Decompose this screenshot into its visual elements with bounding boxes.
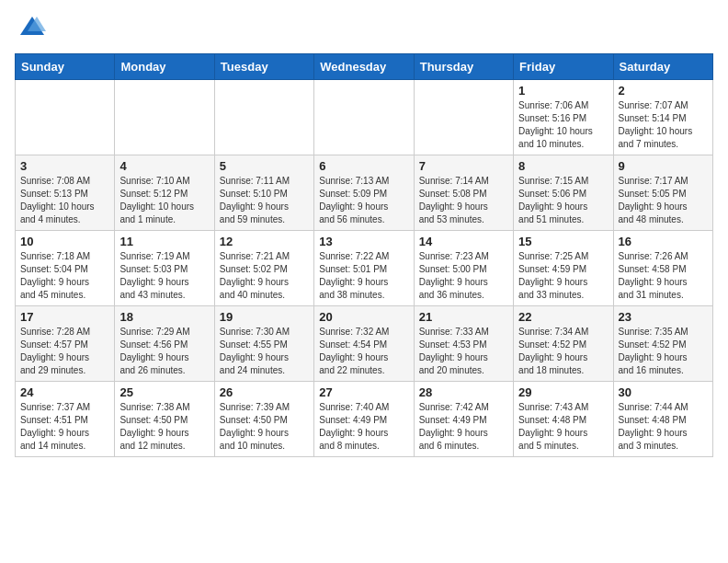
logo <box>15 15 46 42</box>
day-info: Sunrise: 7:44 AM Sunset: 4:48 PM Dayligh… <box>619 401 708 453</box>
calendar-cell: 17Sunrise: 7:28 AM Sunset: 4:57 PM Dayli… <box>16 306 115 382</box>
calendar-cell: 10Sunrise: 7:18 AM Sunset: 5:04 PM Dayli… <box>16 231 115 306</box>
day-number: 14 <box>419 235 508 248</box>
day-number: 18 <box>119 310 209 324</box>
day-number: 7 <box>419 159 508 173</box>
day-info: Sunrise: 7:40 AM Sunset: 4:49 PM Dayligh… <box>319 401 408 453</box>
day-info: Sunrise: 7:15 AM Sunset: 5:06 PM Dayligh… <box>518 175 608 226</box>
day-number: 24 <box>20 385 109 399</box>
col-header-sunday: Sunday <box>16 54 115 80</box>
day-number: 20 <box>319 310 408 324</box>
calendar-cell: 3Sunrise: 7:08 AM Sunset: 5:13 PM Daylig… <box>16 155 115 231</box>
day-number: 12 <box>220 235 309 248</box>
calendar-cell: 11Sunrise: 7:19 AM Sunset: 5:03 PM Dayli… <box>115 231 214 306</box>
calendar-cell: 14Sunrise: 7:23 AM Sunset: 5:00 PM Dayli… <box>414 231 513 306</box>
calendar-cell: 16Sunrise: 7:26 AM Sunset: 4:58 PM Dayli… <box>613 231 712 306</box>
day-info: Sunrise: 7:33 AM Sunset: 4:53 PM Dayligh… <box>419 326 508 377</box>
day-number: 11 <box>119 235 209 248</box>
calendar-cell: 18Sunrise: 7:29 AM Sunset: 4:56 PM Dayli… <box>115 306 214 382</box>
calendar-week-row: 10Sunrise: 7:18 AM Sunset: 5:04 PM Dayli… <box>16 231 713 306</box>
col-header-tuesday: Tuesday <box>214 54 313 80</box>
calendar-cell: 30Sunrise: 7:44 AM Sunset: 4:48 PM Dayli… <box>613 382 712 457</box>
day-info: Sunrise: 7:34 AM Sunset: 4:52 PM Dayligh… <box>518 326 608 377</box>
day-number: 26 <box>220 385 309 399</box>
day-number: 10 <box>20 235 109 248</box>
calendar-cell: 25Sunrise: 7:38 AM Sunset: 4:50 PM Dayli… <box>115 382 214 457</box>
calendar-cell: 26Sunrise: 7:39 AM Sunset: 4:50 PM Dayli… <box>214 382 313 457</box>
day-number: 2 <box>619 84 708 98</box>
day-info: Sunrise: 7:32 AM Sunset: 4:54 PM Dayligh… <box>319 326 408 377</box>
day-info: Sunrise: 7:06 AM Sunset: 5:16 PM Dayligh… <box>518 99 608 151</box>
day-info: Sunrise: 7:25 AM Sunset: 4:59 PM Dayligh… <box>518 250 608 302</box>
logo-icon <box>18 15 46 42</box>
day-info: Sunrise: 7:14 AM Sunset: 5:08 PM Dayligh… <box>419 175 508 226</box>
page: SundayMondayTuesdayWednesdayThursdayFrid… <box>0 0 728 472</box>
col-header-wednesday: Wednesday <box>314 54 414 80</box>
calendar-cell <box>214 80 313 155</box>
day-info: Sunrise: 7:28 AM Sunset: 4:57 PM Dayligh… <box>20 326 109 377</box>
col-header-thursday: Thursday <box>414 54 513 80</box>
calendar-cell: 5Sunrise: 7:11 AM Sunset: 5:10 PM Daylig… <box>214 155 313 231</box>
day-number: 22 <box>518 310 608 324</box>
calendar-cell: 13Sunrise: 7:22 AM Sunset: 5:01 PM Dayli… <box>314 231 414 306</box>
calendar-cell: 1Sunrise: 7:06 AM Sunset: 5:16 PM Daylig… <box>514 80 613 155</box>
col-header-saturday: Saturday <box>613 54 712 80</box>
day-number: 30 <box>619 385 708 399</box>
day-number: 29 <box>518 385 608 399</box>
day-info: Sunrise: 7:30 AM Sunset: 4:55 PM Dayligh… <box>220 326 309 377</box>
calendar-cell <box>314 80 414 155</box>
day-info: Sunrise: 7:11 AM Sunset: 5:10 PM Dayligh… <box>220 175 309 226</box>
day-info: Sunrise: 7:18 AM Sunset: 5:04 PM Dayligh… <box>20 250 109 302</box>
calendar-cell: 15Sunrise: 7:25 AM Sunset: 4:59 PM Dayli… <box>514 231 613 306</box>
day-info: Sunrise: 7:22 AM Sunset: 5:01 PM Dayligh… <box>319 250 408 302</box>
day-number: 5 <box>220 159 309 173</box>
calendar-cell: 24Sunrise: 7:37 AM Sunset: 4:51 PM Dayli… <box>16 382 115 457</box>
calendar-cell: 23Sunrise: 7:35 AM Sunset: 4:52 PM Dayli… <box>613 306 712 382</box>
day-info: Sunrise: 7:37 AM Sunset: 4:51 PM Dayligh… <box>20 401 109 453</box>
day-number: 1 <box>518 84 608 98</box>
day-info: Sunrise: 7:26 AM Sunset: 4:58 PM Dayligh… <box>619 250 708 302</box>
day-number: 17 <box>20 310 109 324</box>
day-info: Sunrise: 7:07 AM Sunset: 5:14 PM Dayligh… <box>619 99 708 151</box>
day-number: 19 <box>220 310 309 324</box>
calendar-cell: 9Sunrise: 7:17 AM Sunset: 5:05 PM Daylig… <box>613 155 712 231</box>
day-info: Sunrise: 7:21 AM Sunset: 5:02 PM Dayligh… <box>220 250 309 302</box>
day-info: Sunrise: 7:42 AM Sunset: 4:49 PM Dayligh… <box>419 401 508 453</box>
day-number: 13 <box>319 235 408 248</box>
day-number: 3 <box>20 159 109 173</box>
day-number: 4 <box>119 159 209 173</box>
col-header-friday: Friday <box>514 54 613 80</box>
day-info: Sunrise: 7:29 AM Sunset: 4:56 PM Dayligh… <box>119 326 209 377</box>
calendar-cell: 8Sunrise: 7:15 AM Sunset: 5:06 PM Daylig… <box>514 155 613 231</box>
day-number: 16 <box>619 235 708 248</box>
calendar-cell: 2Sunrise: 7:07 AM Sunset: 5:14 PM Daylig… <box>613 80 712 155</box>
calendar-cell: 22Sunrise: 7:34 AM Sunset: 4:52 PM Dayli… <box>514 306 613 382</box>
day-number: 8 <box>518 159 608 173</box>
col-header-monday: Monday <box>115 54 214 80</box>
calendar-cell <box>16 80 115 155</box>
header <box>15 15 713 42</box>
day-info: Sunrise: 7:23 AM Sunset: 5:00 PM Dayligh… <box>419 250 508 302</box>
calendar-week-row: 24Sunrise: 7:37 AM Sunset: 4:51 PM Dayli… <box>16 382 713 457</box>
day-info: Sunrise: 7:38 AM Sunset: 4:50 PM Dayligh… <box>119 401 209 453</box>
day-info: Sunrise: 7:13 AM Sunset: 5:09 PM Dayligh… <box>319 175 408 226</box>
calendar-week-row: 3Sunrise: 7:08 AM Sunset: 5:13 PM Daylig… <box>16 155 713 231</box>
calendar-cell: 28Sunrise: 7:42 AM Sunset: 4:49 PM Dayli… <box>414 382 513 457</box>
day-number: 25 <box>119 385 209 399</box>
day-number: 23 <box>619 310 708 324</box>
day-info: Sunrise: 7:39 AM Sunset: 4:50 PM Dayligh… <box>220 401 309 453</box>
day-info: Sunrise: 7:08 AM Sunset: 5:13 PM Dayligh… <box>20 175 109 226</box>
calendar-week-row: 1Sunrise: 7:06 AM Sunset: 5:16 PM Daylig… <box>16 80 713 155</box>
day-info: Sunrise: 7:10 AM Sunset: 5:12 PM Dayligh… <box>119 175 209 226</box>
day-info: Sunrise: 7:17 AM Sunset: 5:05 PM Dayligh… <box>619 175 708 226</box>
day-number: 9 <box>619 159 708 173</box>
calendar-header-row: SundayMondayTuesdayWednesdayThursdayFrid… <box>16 54 713 80</box>
calendar-cell: 12Sunrise: 7:21 AM Sunset: 5:02 PM Dayli… <box>214 231 313 306</box>
calendar-cell: 20Sunrise: 7:32 AM Sunset: 4:54 PM Dayli… <box>314 306 414 382</box>
day-info: Sunrise: 7:43 AM Sunset: 4:48 PM Dayligh… <box>518 401 608 453</box>
calendar-cell: 21Sunrise: 7:33 AM Sunset: 4:53 PM Dayli… <box>414 306 513 382</box>
calendar-cell: 4Sunrise: 7:10 AM Sunset: 5:12 PM Daylig… <box>115 155 214 231</box>
day-number: 27 <box>319 385 408 399</box>
calendar-cell: 29Sunrise: 7:43 AM Sunset: 4:48 PM Dayli… <box>514 382 613 457</box>
day-number: 28 <box>419 385 508 399</box>
